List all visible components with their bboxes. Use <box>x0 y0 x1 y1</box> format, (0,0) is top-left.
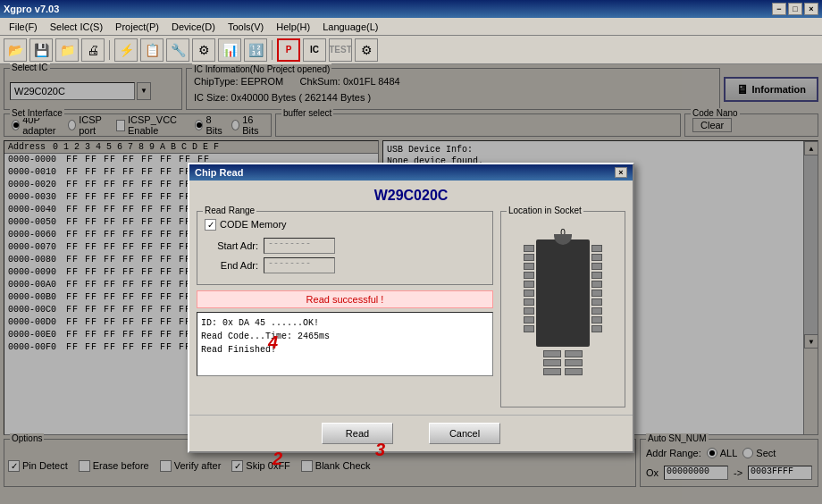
close-button[interactable]: × <box>804 3 818 15</box>
socket-row-1 <box>505 350 621 357</box>
toolbar-separator-2 <box>272 40 273 60</box>
menu-project[interactable]: Project(P) <box>110 21 164 33</box>
chip-pin-r2 <box>591 254 602 261</box>
chip-read-dialog: Chip Read × W29C020C Read Range ✓ CODE M… <box>188 163 634 453</box>
modal-right: Location in Socket 0 <box>500 211 625 407</box>
menu-help[interactable]: Help(H) <box>271 21 315 33</box>
start-adr-row: Start Adr: -------- <box>205 238 485 254</box>
chip-pin-r7 <box>591 298 602 306</box>
socket-rows <box>505 350 621 375</box>
chip-pin-r8 <box>591 307 602 315</box>
toolbar-read[interactable]: ⚡ <box>114 38 138 62</box>
socket-row-2 <box>505 359 621 366</box>
list-item: Read Finished! <box>201 343 489 357</box>
chip-pin-l4 <box>524 272 534 279</box>
read-range-group: Read Range ✓ CODE Memory Start Adr: ----… <box>197 211 493 285</box>
socket-slot-2 <box>565 350 583 357</box>
chip-pin-r3 <box>591 263 602 270</box>
modal-footer: Read Cancel <box>189 415 633 451</box>
chip-pin-l10 <box>524 325 534 332</box>
toolbar-verify[interactable]: 🔧 <box>166 38 189 62</box>
modal-body: W29C020C Read Range ✓ CODE Memory Start … <box>189 181 633 415</box>
chip-pins-left <box>524 245 534 332</box>
code-memory-label: CODE Memory <box>220 219 287 230</box>
modal-titlebar: Chip Read × <box>189 164 633 181</box>
chip-pin-r5 <box>591 281 602 288</box>
location-label: Location in Socket <box>507 206 583 215</box>
start-adr-value: -------- <box>268 239 311 248</box>
chip-pin-l5 <box>524 281 534 288</box>
modal-left: Read Range ✓ CODE Memory Start Adr: ----… <box>197 211 493 407</box>
modal-ic-name: W29C020C <box>197 188 625 204</box>
menu-tools[interactable]: Tools(V) <box>222 21 269 33</box>
modal-overlay: Chip Read × W29C020C Read Range ✓ CODE M… <box>0 64 822 504</box>
end-adr-label: End Adr: <box>205 260 258 271</box>
toolbar-separator-1 <box>109 40 110 60</box>
toolbar: 📂 💾 📁 🖨 ⚡ 📋 🔧 ⚙ 📊 🔢 P IC TEST ⚙ <box>0 36 822 64</box>
menu-select-ic[interactable]: Select IC(S) <box>45 21 108 33</box>
chip-pin-r1 <box>591 245 602 252</box>
chip-pin-l7 <box>524 298 534 306</box>
menu-bar: File(F) Select IC(S) Project(P) Device(D… <box>0 18 822 36</box>
menu-file[interactable]: File(F) <box>4 21 43 33</box>
title-bar-buttons: − □ × <box>772 3 818 15</box>
end-adr-input[interactable]: -------- <box>264 257 335 273</box>
end-adr-row: End Adr: -------- <box>205 257 485 273</box>
toolbar-prog[interactable]: P <box>277 38 300 62</box>
chip-pin-r10 <box>591 325 602 332</box>
start-adr-input[interactable]: -------- <box>264 238 335 254</box>
toolbar-ic[interactable]: IC <box>303 38 326 62</box>
modal-close-button[interactable]: × <box>615 167 627 178</box>
toolbar-encrypt[interactable]: 🔢 <box>244 38 267 62</box>
socket-slot-4 <box>565 359 583 366</box>
menu-language[interactable]: Language(L) <box>317 21 383 33</box>
socket-slot-1 <box>543 350 561 357</box>
cancel-button[interactable]: Cancel <box>429 423 500 444</box>
chip-pin-r9 <box>591 316 602 323</box>
toolbar-write[interactable]: 📋 <box>140 38 164 62</box>
main-wrapper: Select IC W29C020C ▼ IC Information(No P… <box>0 64 822 504</box>
chip-pin-l3 <box>524 263 534 270</box>
title-bar: Xgpro v7.03 − □ × <box>0 0 822 18</box>
toolbar-config[interactable]: ⚙ <box>355 38 378 62</box>
chip-pin-l8 <box>524 307 534 315</box>
socket-slot-5 <box>543 368 561 375</box>
socket-row-3 <box>505 368 621 375</box>
chip-pin-r6 <box>591 290 602 297</box>
code-memory-row: ✓ CODE Memory <box>205 219 485 231</box>
toolbar-blank[interactable]: 📊 <box>218 38 241 62</box>
read-button[interactable]: Read <box>322 423 393 444</box>
toolbar-test[interactable]: TEST <box>329 38 352 62</box>
menu-device[interactable]: Device(D) <box>166 21 221 33</box>
toolbar-open[interactable]: 📁 <box>55 38 79 62</box>
modal-row: Read Range ✓ CODE Memory Start Adr: ----… <box>197 211 625 407</box>
app-title: Xgpro v7.03 <box>4 4 59 14</box>
toolbar-save[interactable]: 💾 <box>29 38 53 62</box>
chip-pin-l2 <box>524 254 534 261</box>
chip-pin-r4 <box>591 272 602 279</box>
minimize-button[interactable]: − <box>772 3 786 15</box>
chip-pins-right <box>591 245 602 332</box>
code-memory-checkbox[interactable]: ✓ <box>205 219 216 231</box>
maximize-button[interactable]: □ <box>788 3 802 15</box>
read-range-label: Read Range <box>203 206 256 215</box>
list-item: Read Code...Time: 2465ms <box>201 330 489 343</box>
modal-title: Chip Read <box>195 167 243 178</box>
toolbar-print[interactable]: 🖨 <box>81 38 105 62</box>
start-adr-label: Start Adr: <box>205 240 258 251</box>
location-group: Location in Socket 0 <box>500 211 625 407</box>
socket-slot-6 <box>565 368 583 375</box>
log-area: ID: 0x DA 45 ......OK!Read Code...Time: … <box>197 312 493 376</box>
chip-pin-l1 <box>524 245 534 252</box>
status-box: Read successful ! <box>197 290 493 308</box>
toolbar-new[interactable]: 📂 <box>4 38 27 62</box>
chip-body <box>536 239 590 347</box>
list-item: ID: 0x DA 45 ......OK! <box>201 316 489 330</box>
end-adr-value: -------- <box>268 258 311 268</box>
chip-notch <box>554 234 572 245</box>
chip-pin-l6 <box>524 290 534 297</box>
chip-pin-l9 <box>524 316 534 323</box>
chip-visual: 0 <box>527 228 599 347</box>
toolbar-erase[interactable]: ⚙ <box>192 38 215 62</box>
status-text: Read successful ! <box>306 294 384 305</box>
